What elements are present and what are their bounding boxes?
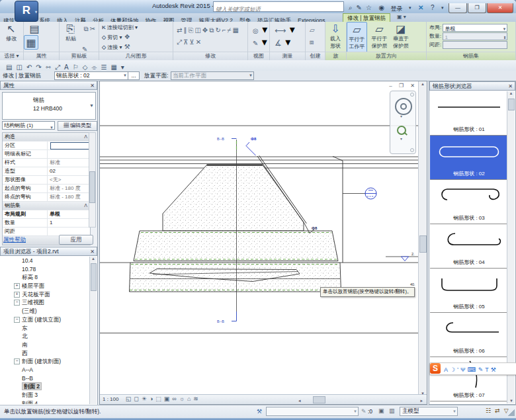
crop-view-icon[interactable]: ⬚ xyxy=(155,395,161,403)
property-group-钢筋集[interactable]: 钢筋集ᐱ xyxy=(3,202,90,210)
exclude-options-icon[interactable]: ☷ xyxy=(486,407,491,414)
star-favorites-icon[interactable]: ☆ xyxy=(366,4,372,11)
sogou-soft-keyboard-icon[interactable]: ⌨ xyxy=(468,366,476,373)
copy-icon[interactable]: ⧉ xyxy=(209,26,214,34)
tree-item-北[interactable]: 北 xyxy=(1,332,90,341)
properties-palette-button[interactable]: ▤ xyxy=(26,22,42,35)
properties-help-link[interactable]: 属性帮助 xyxy=(3,236,26,244)
split-icon[interactable]: ⌿ xyxy=(228,26,232,34)
tree-item-剖面 2[interactable]: 剖面 2 xyxy=(1,382,90,391)
properties-scrollbar[interactable] xyxy=(89,132,96,228)
chevron-down-icon[interactable]: ▾ xyxy=(400,136,402,141)
cut-icon[interactable]: ✂ xyxy=(90,25,95,32)
angle-dimension-icon[interactable]: ∡ xyxy=(275,38,282,48)
mirror-axis-icon[interactable]: ⎘ xyxy=(188,26,193,34)
open-icon[interactable]: ▤ xyxy=(6,63,12,71)
save-icon[interactable]: ◫ xyxy=(16,63,22,71)
create-group-icon[interactable]: ▱ xyxy=(310,26,315,34)
tree-item-楼层平面[interactable]: +楼层平面 xyxy=(1,282,90,290)
trim-extend-icon[interactable]: ⌐ xyxy=(222,26,226,34)
pin-icon[interactable]: ⊼ xyxy=(183,38,188,46)
shape-item-钢筋形状 : 01[interactable]: 钢筋形状 : 01 xyxy=(430,91,508,136)
detail-level-icon[interactable]: ◱ xyxy=(126,395,132,403)
undo-icon[interactable]: ↶ xyxy=(26,63,32,71)
project-browser-scrollbar[interactable]: ▲ xyxy=(89,257,97,404)
offset-icon[interactable]: ∥ xyxy=(183,26,187,34)
cope-button[interactable]: K连接端切割 ▾ xyxy=(102,23,173,32)
tree-item-标高 8[interactable]: 标高 8 xyxy=(1,273,90,282)
shape-item-钢筋形状 : 02[interactable]: 钢筋形状 : 02 xyxy=(430,136,508,180)
sun-path-icon[interactable]: ☀ xyxy=(142,395,147,403)
worksets-icon[interactable]: ⚒ xyxy=(257,408,262,415)
user-icon[interactable]: ◉ xyxy=(378,4,384,11)
wall-joins-icon[interactable]: ❖ xyxy=(124,32,130,41)
pencil-edit-icon[interactable]: ✎ xyxy=(357,4,362,11)
sogou-toolbox-icon[interactable]: ⚒ xyxy=(491,366,496,373)
steering-wheel-icon[interactable] xyxy=(395,98,412,115)
horizontal-scrollbar-thumb[interactable] xyxy=(313,396,325,403)
unlocked-3d-view-icon[interactable]: ⌂ xyxy=(187,395,191,403)
collapse-icon[interactable]: ᐱ xyxy=(84,133,87,141)
property-value[interactable]: 1 xyxy=(48,219,90,227)
measure-icon[interactable]: ⇿ xyxy=(46,63,51,71)
design-options-icon[interactable]: ▣ xyxy=(378,407,384,414)
shape-browser-scrollbar[interactable]: ▲▼ xyxy=(507,91,515,403)
property-value[interactable]: 单根 xyxy=(48,210,90,218)
project-browser-header[interactable]: 项目浏览器 - 项目2.rvt✕ xyxy=(0,247,97,256)
sign-in-button[interactable]: 登录 xyxy=(391,5,403,12)
text-icon[interactable]: A xyxy=(64,63,69,71)
property-value[interactable]: <无> xyxy=(48,176,90,184)
copy-icon[interactable]: ⧉ xyxy=(83,25,88,33)
binoculars-search-icon[interactable]: ⌕ xyxy=(349,4,353,12)
tree-item-西[interactable]: 西 xyxy=(1,349,90,358)
property-value[interactable]: 标准 xyxy=(48,159,90,167)
apply-button[interactable]: 应用 xyxy=(59,235,93,245)
tree-item-10.78[interactable]: 10.78 xyxy=(1,265,90,274)
tree-item-剖面 3[interactable]: 剖面 3 xyxy=(1,391,90,399)
worksets-select[interactable]: ▼ xyxy=(266,407,359,416)
maximize-button[interactable]: ❐ xyxy=(468,3,486,13)
drag-select-icon[interactable]: ⇄ xyxy=(495,407,500,414)
rebar-shape-select[interactable]: 钢筋形状 : 02▼ xyxy=(54,71,128,80)
move-icon[interactable]: ✥ xyxy=(202,26,208,34)
section-view-canvas[interactable]: B--B B--B Φ8 Φ8 2. 40. xyxy=(100,81,419,396)
tag-icon[interactable]: ⚐ xyxy=(73,63,79,71)
browse-shapes-button[interactable]: ... xyxy=(128,71,140,80)
scrollbar-thumb[interactable] xyxy=(419,235,427,253)
sogou-logo-icon[interactable]: S xyxy=(430,363,441,374)
customize-icon[interactable]: ▾ xyxy=(121,63,124,71)
join-geometry-button[interactable]: ◇连接 ▾ ⚒ xyxy=(102,42,173,52)
chevron-down-icon[interactable]: ▾ xyxy=(409,5,411,11)
scale-icon[interactable]: ⤢ xyxy=(177,38,182,46)
panel-caption-select[interactable]: 选择 ▾ xyxy=(0,52,23,60)
modify-button[interactable]: ↖ 修改 xyxy=(0,22,22,42)
shadows-icon[interactable]: ◑ xyxy=(150,395,153,403)
spacing-input[interactable] xyxy=(443,41,507,49)
sogou-skin-icon[interactable]: T xyxy=(485,366,489,373)
edit-type-button[interactable]: ▦ 编辑类型 xyxy=(58,121,97,131)
autodesk-exchange-icon[interactable]: ✕ xyxy=(418,4,423,11)
perpendicular-to-cover-button[interactable]: ◪ 垂直于保护层 xyxy=(392,22,410,50)
instance-filter-select[interactable]: 结构钢筋 (1)▼ xyxy=(2,121,55,130)
tree-item-剖面 4[interactable]: 剖面 4 xyxy=(1,399,90,404)
close-icon[interactable]: ✕ xyxy=(90,247,95,256)
placement-plane-select[interactable]: 当前工作平面▼ xyxy=(171,71,254,80)
rebar-tag-bottom[interactable]: Φ8 xyxy=(312,226,318,230)
scroll-right-icon[interactable]: ▸ xyxy=(420,396,423,405)
chevron-down-icon[interactable]: ▾ xyxy=(441,5,444,11)
modify-indicator-icon[interactable]: ▣ ▾ xyxy=(397,14,406,20)
parallel-to-cover-button[interactable]: ▱ 平行于保护层 xyxy=(370,22,388,50)
scroll-up-icon[interactable]: ▲ xyxy=(419,82,427,86)
property-value[interactable] xyxy=(48,142,90,149)
help-search-box[interactable] xyxy=(213,1,344,12)
collapse-icon[interactable]: − xyxy=(14,300,20,306)
scroll-down-icon[interactable]: ▼ xyxy=(509,399,513,403)
sogou-moon-icon[interactable]: ☽ xyxy=(450,366,455,373)
design-option-select[interactable]: 主模型▼ xyxy=(400,407,458,416)
sogou-letter-A-icon[interactable]: A xyxy=(444,366,448,373)
tree-item-10.4[interactable]: 10.4 xyxy=(1,257,90,265)
close-icon[interactable]: ✕ xyxy=(90,81,95,90)
reveal-hidden-elements-icon[interactable]: ☼ xyxy=(179,395,185,403)
properties-header[interactable]: 属性✕ xyxy=(0,81,97,90)
collapse-icon[interactable]: − xyxy=(14,317,20,323)
